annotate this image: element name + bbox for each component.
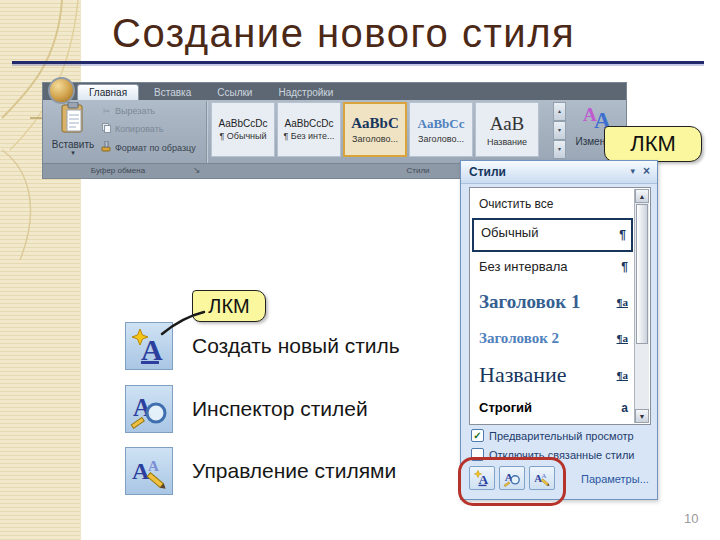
slide-title: Создание нового стиля (112, 8, 575, 58)
clipboard-group: Вставить ▾ ✂ Вырезать Копировать Формат … (43, 100, 206, 164)
menu-label-new-style: Создать новый стиль (192, 334, 400, 358)
gallery-more-icon[interactable]: ▾ (553, 140, 566, 159)
style-label: Заголово... (418, 134, 464, 144)
styles-list: Очистить все Обычный ¶ Без интервала ¶ З… (469, 187, 651, 425)
style-label: Название (487, 137, 527, 147)
style-item-no-spacing[interactable]: Без интервала ¶ (472, 254, 633, 280)
menu-label-manage-styles: Управление стилями (192, 459, 396, 483)
panel-close-icon[interactable]: × (643, 164, 650, 178)
style-item-clear-all[interactable]: Очистить все (472, 192, 633, 216)
office-button-icon[interactable] (48, 77, 75, 104)
checkbox-label: Отключить связанные стили (489, 449, 634, 461)
new-style-icon: A (473, 469, 491, 487)
style-inspector-icon: A (503, 469, 521, 487)
style-label: Заголово... (352, 134, 398, 144)
tab-addins[interactable]: Надстройки (267, 85, 344, 100)
paste-button[interactable]: Вставить ▾ (51, 102, 95, 162)
copy-icon (101, 123, 112, 135)
tab-home[interactable]: Главная (77, 84, 139, 100)
style-item-strong[interactable]: Строгий a (472, 396, 633, 420)
gallery-item-heading1[interactable]: AaBbC Заголово... (343, 102, 407, 157)
paragraph-marker-icon: ¶ (621, 254, 628, 280)
group-separator (206, 101, 207, 163)
clipboard-dialog-launcher-icon[interactable]: ↘ (193, 165, 201, 175)
styles-list-scrollbar[interactable]: ▲ ▼ (634, 189, 649, 423)
paragraph-marker-icon: ¶ (619, 222, 626, 248)
gallery-scroll-down-icon[interactable]: ▾ (553, 121, 566, 140)
checkbox-checked-icon: ✓ (471, 429, 484, 442)
style-item-heading1[interactable]: Заголовок 1 ¶a (472, 284, 633, 320)
manage-styles-icon: A A (533, 469, 551, 487)
style-preview: АаВ (490, 113, 525, 135)
style-item-label: Очистить все (479, 197, 553, 211)
copy-label: Копировать (115, 124, 163, 134)
menu-label-style-inspector: Инспектор стилей (192, 397, 368, 421)
scroll-up-icon[interactable]: ▲ (635, 189, 649, 203)
gallery-item-title[interactable]: АаВ Название (475, 102, 539, 157)
cut-label: Вырезать (115, 106, 155, 116)
style-preview: AaBbCc (418, 116, 465, 132)
style-item-label: Заголовок 2 (479, 330, 559, 346)
scroll-down-icon[interactable]: ▼ (635, 409, 649, 423)
gallery-item-no-spacing[interactable]: AaBbCcDc ¶ Без инте... (277, 102, 341, 157)
ribbon-tab-row: Главная Вставка Ссылки Надстройки (43, 83, 626, 100)
new-style-button[interactable]: A (469, 466, 495, 490)
style-item-label: Обычный (481, 225, 538, 240)
manage-styles-icon: A A (129, 451, 169, 491)
format-painter-label: Формат по образцу (115, 143, 196, 153)
style-item-label: Без интервала (479, 259, 568, 274)
manage-styles-button[interactable]: A A (529, 466, 555, 490)
style-inspector-icon: A (129, 389, 169, 429)
linked-style-marker-icon: ¶a (617, 356, 628, 394)
style-item-label: Название (479, 362, 567, 387)
style-inspector-menu-button[interactable]: A (125, 385, 173, 433)
panel-dropdown-icon[interactable]: ▾ (630, 166, 635, 176)
gallery-item-normal[interactable]: AaBbCcDc ¶ Обычный (211, 102, 275, 157)
style-item-title[interactable]: Название ¶a (472, 356, 633, 394)
style-preview: AaBbCcDc (285, 118, 334, 129)
styles-panel: Стили ▾ × Очистить все Обычный ¶ Без инт… (460, 160, 658, 500)
page-number: 10 (684, 511, 698, 526)
style-item-label: Заголовок 1 (479, 291, 580, 312)
disable-linked-styles-checkbox[interactable]: Отключить связанные стили (471, 448, 634, 461)
checkbox-unchecked-icon (471, 448, 484, 461)
paste-dropdown-caret-icon[interactable]: ▾ (51, 150, 95, 156)
clipboard-group-label: Буфер обмена (43, 166, 193, 175)
tab-insert[interactable]: Вставка (143, 85, 202, 100)
style-options-link[interactable]: Параметры... (581, 473, 649, 485)
style-label: ¶ Обычный (219, 131, 266, 141)
callout-pointer-line (158, 308, 206, 338)
cut-button[interactable]: ✂ Вырезать (101, 106, 155, 116)
lkm-callout-top: ЛКМ (604, 126, 702, 162)
format-painter-button[interactable]: Формат по образцу (101, 141, 196, 154)
gallery-scrollbar[interactable]: ▴ ▾ ▾ (553, 102, 566, 157)
manage-styles-menu-button[interactable]: A A (125, 447, 173, 495)
style-item-label: Строгий (479, 400, 532, 415)
gallery-scroll-up-icon[interactable]: ▴ (553, 102, 566, 121)
style-inspector-button[interactable]: A (499, 466, 525, 490)
svg-text:A: A (542, 472, 547, 479)
scrollbar-thumb[interactable] (636, 204, 648, 344)
tab-references[interactable]: Ссылки (206, 85, 263, 100)
styles-gallery: AaBbCcDc ¶ Обычный AaBbCcDc ¶ Без инте..… (211, 102, 539, 159)
style-item-heading2[interactable]: Заголовок 2 ¶a (472, 324, 633, 352)
format-painter-icon (101, 141, 112, 154)
linked-style-marker-icon: ¶a (617, 284, 628, 320)
linked-style-marker-icon: ¶a (617, 324, 628, 352)
style-item-normal[interactable]: Обычный ¶ (472, 218, 633, 252)
svg-text:A: A (148, 458, 159, 474)
copy-button[interactable]: Копировать (101, 123, 163, 135)
styles-panel-title: Стили (469, 165, 506, 179)
checkbox-label: Предварительный просмотр (489, 430, 634, 442)
character-style-marker-icon: a (621, 396, 628, 420)
title-divider (12, 61, 704, 64)
style-label: ¶ Без инте... (283, 131, 334, 141)
gallery-item-heading2[interactable]: AaBbCc Заголово... (409, 102, 473, 157)
scissors-icon: ✂ (101, 106, 112, 116)
styles-panel-header[interactable]: Стили ▾ × (461, 161, 657, 184)
style-preview: AaBbC (351, 115, 399, 132)
paste-icon (60, 102, 86, 134)
style-preview: AaBbCcDc (219, 118, 268, 129)
slide: Создание нового стиля Главная Вставка Сс… (0, 0, 720, 540)
preview-checkbox[interactable]: ✓ Предварительный просмотр (471, 429, 634, 442)
